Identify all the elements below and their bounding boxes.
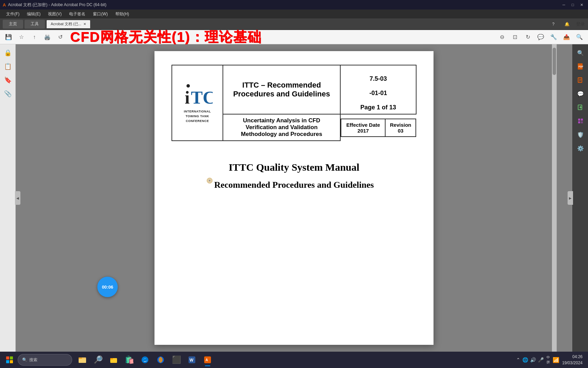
pdf-main-title: ITTC Quality System Manual [172,162,416,173]
menu-edit[interactable]: 编辑(E) [23,11,44,18]
ittc-logo: i TC INTERNATIONAL TOWING TANK CONFERENC… [176,83,218,123]
taskbar-app-store[interactable]: 🛍️ [122,352,137,367]
system-clock[interactable]: 04:26 19/03/2024 [562,354,583,366]
taskbar-right: ⌃ 🌐 🔊 🎤 中 拼 📶 04:26 19/03/2024 [516,354,585,366]
logo-text-conference: CONFERENCE [186,119,209,123]
svg-rect-21 [110,358,113,359]
maximize-button[interactable]: □ [569,2,576,8]
taskbar-app-explorer[interactable] [75,352,90,367]
timer-badge[interactable]: 00:06 [97,277,118,297]
revision-value: 03 [398,128,404,134]
taskbar-app-firefox[interactable] [153,352,168,367]
lock-icon[interactable]: 🔒 [2,47,14,59]
firefox-icon [157,356,165,364]
zoom-in-right-button[interactable]: 🔍 [575,47,586,59]
acrobat-icon: A [203,356,212,364]
mic-icon[interactable]: 🎤 [538,357,544,363]
zoom-out-button[interactable]: ⊖ [496,31,508,43]
window-controls[interactable]: ─ □ ✕ [560,2,585,8]
settings-right-icon[interactable]: ⚙️ [575,142,586,154]
upload-button[interactable]: ↑ [29,31,40,43]
search-toolbar-button[interactable]: 🔍 [574,31,585,43]
ittc-logo-cell: i TC INTERNATIONAL TOWING TANK CONFERENC… [172,65,223,141]
refresh-button[interactable]: ↺ [54,31,66,43]
subtitle-line1: Uncertainty Analysis in CFD [243,117,320,124]
save-button[interactable]: 💾 [3,31,14,43]
wifi-icon[interactable]: 📶 [553,357,559,363]
subtitle-line2: Verification and Validation [246,124,318,131]
effective-date-value: 2017 [358,128,369,134]
menu-view[interactable]: 视图(V) [45,11,65,18]
revision-label: Revision [390,122,411,128]
ittc-header-table: i TC INTERNATIONAL TOWING TANK CONFERENC… [172,65,416,141]
language-indicator[interactable]: 中 拼 [546,355,550,365]
network-icon[interactable]: 🌐 [522,357,528,363]
chevron-up-icon[interactable]: ⌃ [516,357,520,363]
main-layout: ◀ 🔒 📋 🔖 📎 [0,44,588,352]
share-button[interactable]: 📤 [561,31,572,43]
pdf-tools-icon[interactable]: PDF [575,61,586,72]
export-right-icon[interactable] [575,102,586,113]
taskbar-app-terminal[interactable]: ⬛ [169,352,184,367]
help-icon[interactable]: ? [549,19,558,29]
menu-help[interactable]: 帮助(H) [112,11,133,18]
taskbar-app-edge[interactable] [137,352,152,367]
svg-rect-15 [578,121,580,123]
pdf-area[interactable]: i TC INTERNATIONAL TOWING TANK CONFERENC… [16,44,572,352]
scrollbar-v[interactable] [552,44,557,352]
taskbar-app-acrobat[interactable]: A [200,352,215,367]
menu-window[interactable]: 窗口(W) [89,11,111,18]
fit-page-button[interactable]: ⊡ [509,31,521,43]
comment-right-icon[interactable]: 💬 [575,88,586,99]
menu-esign[interactable]: 电子签名 [66,11,89,18]
tools-nav-button[interactable]: 工具 [24,20,45,29]
effective-date-label: Effective Date [346,122,380,128]
speaker-icon[interactable]: 🔊 [530,357,536,363]
current-tab[interactable]: Acrobat 文档 (已... ✕ [46,20,91,29]
word-icon: W [188,356,196,364]
logo-text-international: INTERNATIONAL [184,110,211,113]
taskbar-apps: 🔎 🛍️ ⬛ W [75,352,215,367]
windows-logo [6,356,13,363]
rotate-button[interactable]: ↻ [522,31,534,43]
taskbar-app-search[interactable]: 🔎 [91,352,105,367]
bookmark-star-button[interactable]: ☆ [16,31,27,43]
pages-icon[interactable]: 📋 [2,61,14,72]
minimize-button[interactable]: ─ [560,2,568,8]
svg-rect-18 [79,357,82,359]
taskbar-search[interactable]: 🔍 搜索 [18,354,72,366]
clock-time: 04:26 [562,354,583,360]
clock-date: 19/03/2024 [562,360,583,366]
comment-button[interactable]: 💬 [535,31,546,43]
organize-right-icon[interactable] [575,115,586,127]
edit-pdf-icon[interactable] [575,74,586,86]
start-button[interactable] [3,353,16,367]
tab-label: Acrobat 文档 (已... [51,21,81,27]
close-button[interactable]: ✕ [578,2,585,8]
pdf-subtitle: Recommended Procedures and Guidelines [172,180,416,190]
svg-text:TC: TC [191,88,213,107]
scroll-thumb[interactable] [553,48,556,75]
logo-symbol-container: i TC [182,83,213,108]
collapse-panel-button[interactable]: ◀ [15,191,20,205]
print-button[interactable]: 🖨️ [42,31,53,43]
collapse-right-button[interactable]: ▶ [568,191,573,205]
bookmark-icon[interactable]: 🔖 [2,74,14,86]
attachment-icon[interactable]: 📎 [2,88,14,99]
menu-file[interactable]: 文件(F) [3,11,23,18]
tools-button[interactable]: 🔧 [548,31,559,43]
ittc-title-line2: Procedures and Guidelines [233,90,330,98]
ittc-logo-svg: i TC [182,83,213,107]
tab-close-button[interactable]: ✕ [83,22,86,26]
window-title: Acrobat 文档 (已加密) - Adobe Acrobat Pro DC … [8,2,106,8]
home-nav-button[interactable]: 主页 [3,20,23,29]
title-bar-left: A Acrobat 文档 (已加密) - Adobe Acrobat Pro D… [3,2,107,8]
app-icon-label: A [3,2,6,7]
protect-right-icon[interactable]: 🛡️ [575,129,586,140]
edit-icon-svg [577,77,584,83]
notifications-icon[interactable]: 🔔 [562,19,572,29]
ittc-title-line1: ITTC – Recommended [242,81,321,89]
taskbar-app-word[interactable]: W [184,352,199,367]
taskbar-app-filemgr[interactable] [106,352,121,367]
login-button[interactable]: 登录 [576,19,585,29]
